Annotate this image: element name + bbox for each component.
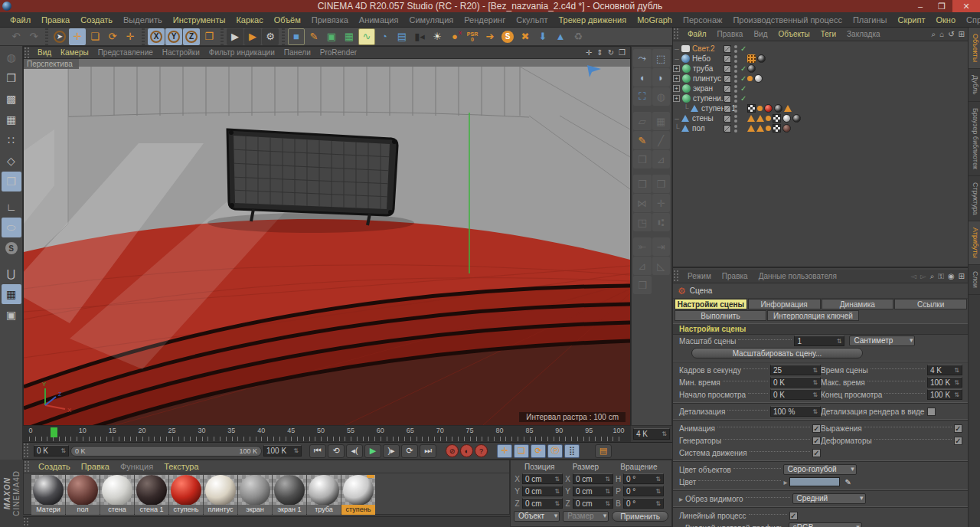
spline-arc-icon[interactable]: ◔: [376, 28, 393, 45]
expressions-checkbox[interactable]: [954, 424, 962, 433]
scale-field[interactable]: 1: [794, 336, 844, 346]
smooth-shift-icon[interactable]: ❒: [652, 175, 671, 193]
tab-info[interactable]: Информация: [748, 299, 821, 309]
key-pla-icon[interactable]: ⣿: [564, 444, 580, 458]
vp-menu-filter[interactable]: Фильтр индикации: [204, 48, 279, 57]
am-menu-userdata[interactable]: Данные пользователя: [753, 272, 842, 280]
search-icon[interactable]: ⌕: [932, 30, 936, 39]
object-row[interactable]: труба ✓: [673, 64, 969, 74]
loop-icon[interactable]: ⟳: [401, 444, 418, 458]
triangulate-icon[interactable]: ⊿: [633, 257, 652, 275]
visibility-dots[interactable]: [734, 105, 737, 113]
material-item[interactable]: Матери: [31, 475, 65, 515]
axis-mode-icon[interactable]: ∟: [2, 197, 21, 217]
menu-motion-tracker[interactable]: Трекер движения: [554, 15, 632, 25]
enable-check[interactable]: ✓: [740, 44, 748, 53]
material-item[interactable]: плинтус: [204, 475, 237, 515]
object-row[interactable]: плинтус ✓: [673, 74, 969, 83]
material-tag-icon[interactable]: [774, 104, 782, 113]
bevel-icon[interactable]: ❒: [633, 175, 652, 193]
motion-system-checkbox[interactable]: [812, 449, 821, 457]
spline-arrow-icon[interactable]: ⤳: [633, 49, 652, 67]
last-tool-icon[interactable]: ✛: [122, 28, 139, 45]
extrude-icon[interactable]: ▱: [633, 112, 652, 130]
uvw-tag-icon[interactable]: [773, 124, 781, 133]
minimize-button[interactable]: –: [910, 0, 931, 12]
weld-icon[interactable]: ⋈: [633, 194, 652, 212]
keyframe-selection-icon[interactable]: ?: [475, 444, 488, 457]
close-button[interactable]: ✕: [952, 0, 980, 12]
layer-toggle[interactable]: [724, 55, 731, 63]
lock-icon[interactable]: ⚿: [938, 272, 944, 281]
scale-unit-dropdown[interactable]: Сантиметр: [849, 336, 915, 346]
layer-toggle[interactable]: [724, 95, 731, 103]
subdivide-icon[interactable]: ⇥: [652, 237, 671, 256]
prev-key-icon[interactable]: ◂(: [346, 444, 363, 458]
preview-start-field[interactable]: 0 K: [770, 389, 821, 400]
y-lock-icon[interactable]: Y: [165, 28, 182, 45]
om-menu-objects[interactable]: Объекты: [773, 30, 815, 38]
delete-icon[interactable]: ⛶: [633, 87, 652, 106]
panel-grip[interactable]: [673, 270, 679, 283]
triangle-icon[interactable]: ▲: [552, 28, 569, 45]
expand-icon[interactable]: [673, 85, 680, 92]
menu-edit[interactable]: Правка: [36, 15, 75, 25]
sphere-points-icon[interactable]: ◖: [633, 68, 652, 87]
max-time-field[interactable]: 100 K: [927, 377, 962, 388]
lod-field[interactable]: 100 %: [770, 406, 821, 417]
om-menu-bookmark[interactable]: Закладка: [841, 30, 885, 38]
object-row[interactable]: экран ✓: [673, 83, 969, 93]
eyedropper-icon[interactable]: ✎: [844, 478, 851, 486]
generator-icon[interactable]: ▦: [341, 28, 358, 45]
record-icon[interactable]: ⊘: [446, 444, 459, 457]
menu-window[interactable]: Окно: [931, 15, 962, 25]
om-menu-edit[interactable]: Правка: [712, 30, 749, 38]
visibility-dots[interactable]: [734, 75, 737, 83]
color-swatch[interactable]: [789, 477, 840, 486]
object-color-dropdown[interactable]: Серо-голубой: [783, 464, 857, 475]
menu-select[interactable]: Выделить: [118, 15, 168, 25]
melt-icon[interactable]: ⑆: [652, 213, 671, 231]
material-tag-icon[interactable]: [747, 64, 756, 73]
model-mode-icon[interactable]: ❒: [2, 68, 21, 88]
object-row[interactable]: ступени.2 ✓: [673, 93, 969, 103]
rot-p-field[interactable]: 0 °: [623, 486, 664, 496]
panel-grip[interactable]: [24, 460, 30, 473]
subdivision-tag-icon[interactable]: [766, 126, 771, 131]
sculpt-mode-icon[interactable]: ◍: [2, 47, 21, 67]
history-forward-icon[interactable]: ▻: [920, 272, 926, 281]
preview-end-field[interactable]: 100 K: [927, 389, 962, 400]
sphere-points2-icon[interactable]: ◗: [652, 68, 671, 87]
expand-arrow-icon[interactable]: ▸: [679, 495, 685, 503]
render-view-icon[interactable]: ▶: [227, 28, 243, 45]
cube-primitive-icon[interactable]: ■: [288, 28, 305, 45]
current-frame-field[interactable]: 0 K: [34, 445, 69, 457]
bend-deformer-icon[interactable]: ∿: [358, 28, 375, 45]
key-position-icon[interactable]: ✛: [497, 444, 512, 458]
object-row[interactable]: – стены: [673, 113, 969, 123]
visibility-dots[interactable]: [734, 55, 737, 63]
material-item[interactable]: труба: [307, 475, 341, 515]
undo-icon[interactable]: ↶: [8, 28, 24, 45]
subdivision-icon[interactable]: ▣: [323, 28, 340, 45]
visibility-dots[interactable]: [734, 45, 737, 53]
menu-animate[interactable]: Анимация: [354, 15, 404, 25]
mat-menu-edit[interactable]: Правка: [76, 462, 115, 471]
menu-snap[interactable]: Привязка: [306, 15, 354, 25]
material-item[interactable]: стена: [100, 475, 134, 515]
phong-tag-icon[interactable]: [756, 115, 764, 122]
material-tag-icon[interactable]: [764, 104, 773, 113]
sculpt-icon[interactable]: S: [499, 28, 516, 45]
rot-h-field[interactable]: 0 °: [623, 473, 664, 484]
uvw-tag-icon[interactable]: [773, 114, 781, 123]
expand-arrow-icon[interactable]: ▸: [679, 524, 685, 527]
polygons-mode-icon[interactable]: ❒: [2, 172, 21, 191]
recycle-icon[interactable]: ♻: [570, 28, 586, 45]
matrix-icon[interactable]: ▦: [652, 112, 671, 130]
render-picture-icon[interactable]: ▶: [244, 28, 261, 45]
subdivision-tag-icon[interactable]: [757, 106, 763, 111]
key-rotation-icon[interactable]: ⟳: [531, 444, 546, 458]
redo-icon[interactable]: ↷: [25, 28, 42, 45]
layer-toggle[interactable]: [724, 105, 731, 113]
coord-system-icon[interactable]: ❐: [201, 28, 217, 45]
